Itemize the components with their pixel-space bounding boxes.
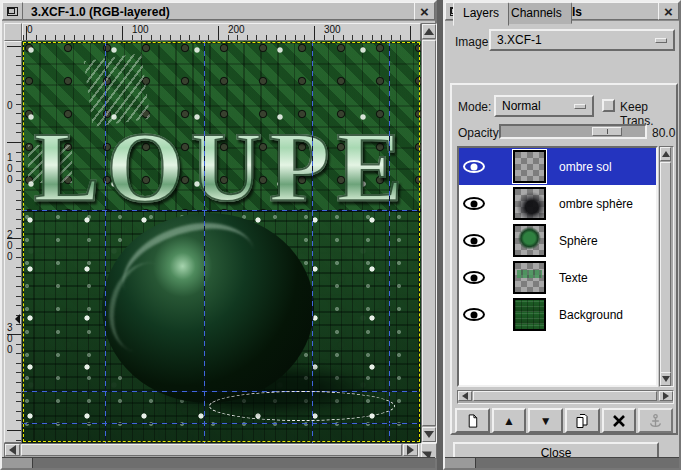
layer-name: Sphère <box>559 234 598 248</box>
right-arrow-icon <box>663 392 669 400</box>
up-arrow-icon: ▲ <box>503 415 515 427</box>
tab-layers[interactable]: Layers <box>453 2 509 26</box>
layers-panel: Mode: Normal Keep Trans. Opacity: 80.0 o… <box>450 83 678 435</box>
guide-vertical[interactable] <box>389 41 390 443</box>
opacity-label: Opacity: <box>458 126 502 140</box>
scroll-right-button[interactable] <box>403 444 418 456</box>
down-arrow-icon: ▼ <box>540 415 552 427</box>
v-scroll-thumb[interactable] <box>422 40 436 426</box>
window-menu-button[interactable] <box>2 2 23 20</box>
image-window-titlebar[interactable]: 3.XCF-1.0 (RGB-layered) × <box>2 2 435 21</box>
lower-layer-button[interactable]: ▼ <box>528 408 563 433</box>
ruler-label: 200 <box>7 229 13 262</box>
mode-select-value: Normal <box>502 99 574 113</box>
tab-channels[interactable]: Channels <box>501 2 572 24</box>
keep-trans-checkbox[interactable] <box>602 99 615 112</box>
v-scroll-thumb[interactable] <box>660 162 671 373</box>
left-arrow-icon <box>9 445 16 455</box>
close-icon: × <box>664 6 673 17</box>
window-frame-bottom <box>2 457 435 468</box>
option-menu-indicator-icon <box>655 38 667 43</box>
guide-vertical[interactable] <box>204 41 205 443</box>
layer-row[interactable]: ombre sol <box>459 148 656 185</box>
image-window: 3.XCF-1.0 (RGB-layered) × 0100200300 010… <box>0 0 437 470</box>
scroll-left-button[interactable] <box>458 391 472 401</box>
eye-icon <box>463 234 485 247</box>
image-select[interactable]: 3.XCF-1 <box>489 29 675 51</box>
layer-thumbnail[interactable] <box>513 298 546 331</box>
layer-thumbnail[interactable] <box>513 261 546 294</box>
eye-icon <box>463 160 485 173</box>
left-arrow-icon <box>462 392 468 400</box>
scroll-left-button[interactable] <box>5 444 20 456</box>
layer-name: ombre sol <box>559 160 612 174</box>
scroll-right-button[interactable] <box>659 391 673 401</box>
ruler-label: 0 <box>7 100 13 111</box>
scroll-up-button[interactable] <box>660 147 671 161</box>
raise-layer-button[interactable]: ▲ <box>492 408 527 433</box>
loupe-text: LOUPE <box>22 119 421 215</box>
anchor-layer-button[interactable] <box>638 408 673 433</box>
scroll-down-button[interactable] <box>660 372 671 386</box>
right-arrow-icon <box>407 445 414 455</box>
layer-row[interactable]: ombre sphère <box>459 185 656 222</box>
layer-thumbnail[interactable] <box>513 187 546 220</box>
down-arrow-icon <box>662 376 670 382</box>
image-label: Image: <box>455 35 492 49</box>
ruler-position-marker <box>10 314 20 324</box>
guide-horizontal[interactable] <box>22 423 421 424</box>
new-layer-button[interactable] <box>455 408 490 433</box>
layer-list-v-scrollbar[interactable] <box>659 146 674 387</box>
layer-row[interactable]: Sphère <box>459 222 656 259</box>
layer-visibility-toggle[interactable] <box>459 271 489 284</box>
scroll-up-button[interactable] <box>422 24 436 39</box>
guide-vertical[interactable] <box>105 41 106 443</box>
delete-layer-button[interactable] <box>602 408 637 433</box>
layer-visibility-toggle[interactable] <box>459 234 489 247</box>
layer-row[interactable]: Background <box>459 296 656 333</box>
mode-select[interactable]: Normal <box>494 95 594 117</box>
opacity-slider-handle[interactable] <box>592 127 622 136</box>
delete-x-icon <box>612 414 626 428</box>
ruler-label: 100 <box>7 152 13 185</box>
layers-window-close-button[interactable]: × <box>658 2 679 20</box>
guide-horizontal[interactable] <box>22 391 421 392</box>
tab-layers-label: Layers <box>463 6 499 20</box>
canvas[interactable]: LOUPE <box>22 41 421 443</box>
eye-icon <box>463 308 485 321</box>
guide-vertical[interactable] <box>312 41 313 443</box>
layer-name: Texte <box>559 271 588 285</box>
guide-horizontal[interactable] <box>22 210 421 211</box>
v-ruler[interactable]: 0100200300 <box>4 41 22 443</box>
layer-visibility-toggle[interactable] <box>459 308 489 321</box>
duplicate-icon <box>574 413 590 429</box>
layer-name: ombre sphère <box>559 197 633 211</box>
layer-thumbnail[interactable] <box>513 150 546 183</box>
down-arrow-icon <box>424 431 434 438</box>
ruler-label: 100 <box>130 24 149 35</box>
ruler-label: 300 <box>322 24 341 35</box>
layer-list: ombre solombre sphèreSphèreTexteBackgrou… <box>457 146 658 387</box>
eye-icon <box>463 271 485 284</box>
layer-list-h-scrollbar[interactable] <box>457 390 674 404</box>
opacity-value: 80.0 <box>652 126 675 140</box>
layer-thumbnail[interactable] <box>513 224 546 257</box>
image-window-close-button[interactable]: × <box>414 2 435 20</box>
duplicate-layer-button[interactable] <box>565 408 600 433</box>
opacity-slider[interactable] <box>499 124 647 139</box>
canvas-v-scrollbar[interactable] <box>421 23 437 443</box>
h-ruler[interactable]: 0100200300 <box>22 23 421 41</box>
layer-row[interactable]: Texte <box>459 259 656 296</box>
scroll-down-button[interactable] <box>422 427 436 442</box>
anchor-icon <box>648 413 663 429</box>
image-select-value: 3.XCF-1 <box>497 33 655 47</box>
ruler-corner <box>4 23 22 41</box>
ruler-label: 0 <box>25 24 33 35</box>
layer-visibility-toggle[interactable] <box>459 160 489 173</box>
h-scroll-thumb[interactable] <box>21 444 402 456</box>
tab-channels-label: Channels <box>511 6 562 20</box>
selection-ellipse[interactable] <box>209 391 395 421</box>
ruler-label: 200 <box>226 24 245 35</box>
layer-visibility-toggle[interactable] <box>459 197 489 210</box>
h-scroll-thumb[interactable] <box>473 391 657 401</box>
